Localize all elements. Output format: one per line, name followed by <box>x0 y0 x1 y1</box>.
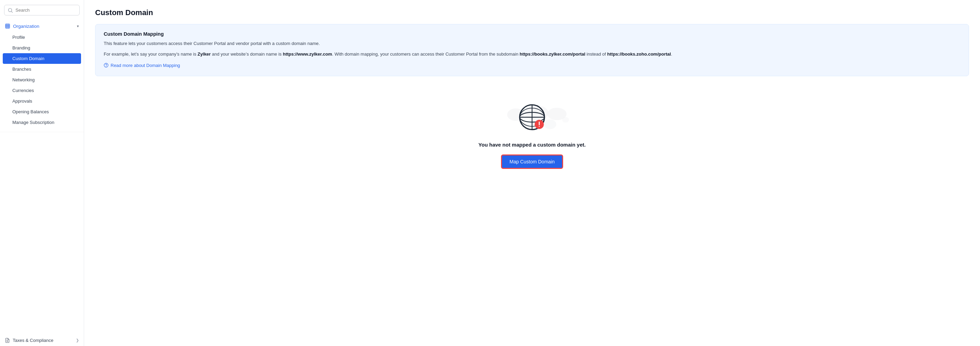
domain-url: https://www.zylker.com <box>283 51 332 57</box>
main-content: Custom Domain Custom Domain Mapping This… <box>84 0 980 346</box>
chevron-down-icon: ▾ <box>77 24 79 29</box>
sidebar-item-networking[interactable]: Networking <box>0 75 84 85</box>
taxes-compliance-label: Taxes & Compliance <box>13 338 54 343</box>
svg-point-20 <box>539 126 540 127</box>
company-name: Zylker <box>197 51 210 57</box>
map-custom-domain-button[interactable]: Map Custom Domain <box>501 154 563 169</box>
help-circle-icon <box>104 63 108 68</box>
info-box-heading: Custom Domain Mapping <box>104 31 961 37</box>
chevron-right-icon: ❯ <box>76 338 79 343</box>
globe-container <box>516 101 548 135</box>
sidebar-item-profile[interactable]: Profile <box>0 32 84 43</box>
search-input[interactable] <box>16 8 76 13</box>
sidebar-item-organization[interactable]: Organization ▾ <box>0 20 84 32</box>
search-box[interactable] <box>4 5 80 16</box>
organization-label: Organization <box>13 24 40 29</box>
sidebar-bottom: Taxes & Compliance ❯ <box>0 335 84 346</box>
svg-point-12 <box>562 117 569 122</box>
building-icon <box>5 23 10 29</box>
sidebar-item-currencies[interactable]: Currencies <box>0 85 84 96</box>
info-box-para2: For example, let’s say your company’s na… <box>104 51 961 58</box>
sidebar: Organization ▾ Profile Branding Custom D… <box>0 0 84 346</box>
sidebar-divider <box>0 132 84 132</box>
globe-icon <box>516 101 548 133</box>
sidebar-item-manage-subscription[interactable]: Manage Subscription <box>0 117 84 128</box>
info-box-para1: This feature lets your customers access … <box>104 40 961 48</box>
page-title: Custom Domain <box>95 8 969 17</box>
sidebar-section-organization: Organization ▾ Profile Branding Custom D… <box>0 20 84 130</box>
document-icon <box>5 338 10 343</box>
empty-state: You have not mapped a custom domain yet.… <box>95 87 969 189</box>
sidebar-item-approvals[interactable]: Approvals <box>0 96 84 106</box>
read-more-link[interactable]: Read more about Domain Mapping <box>104 63 180 68</box>
empty-state-message: You have not mapped a custom domain yet. <box>478 142 585 148</box>
svg-line-1 <box>11 11 12 12</box>
sidebar-item-taxes-compliance[interactable]: Taxes & Compliance ❯ <box>0 335 84 346</box>
sidebar-item-custom-domain[interactable]: Custom Domain <box>3 53 81 64</box>
books-url: https://books.zoho.com/portal <box>607 51 671 57</box>
sidebar-item-opening-balances[interactable]: Opening Balances <box>0 106 84 117</box>
info-box: Custom Domain Mapping This feature lets … <box>95 24 969 76</box>
svg-rect-2 <box>5 24 10 28</box>
sidebar-item-branding[interactable]: Branding <box>0 43 84 53</box>
subdomain-url: https://books.zylker.com/portal <box>520 51 585 57</box>
sidebar-item-branches[interactable]: Branches <box>0 64 84 75</box>
search-icon <box>8 8 13 13</box>
